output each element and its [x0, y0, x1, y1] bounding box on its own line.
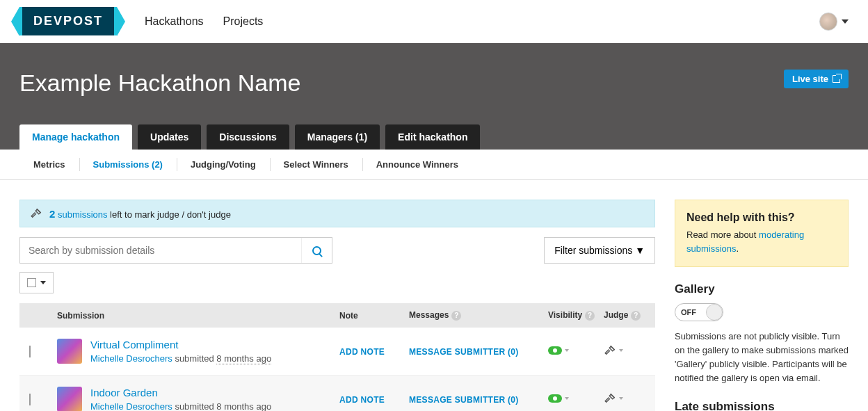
chevron-down-icon	[565, 349, 569, 352]
judge-toggle[interactable]	[604, 392, 623, 405]
chevron-down-icon	[619, 349, 623, 352]
subtab-submissions[interactable]: Submissions (2)	[79, 150, 177, 179]
tab-updates[interactable]: Updates	[138, 124, 201, 150]
submission-title-link[interactable]: Indoor Garden	[90, 387, 271, 398]
gallery-heading: Gallery	[675, 282, 849, 296]
subtab-select-winners[interactable]: Select Winners	[270, 150, 362, 179]
nav-projects[interactable]: Projects	[223, 15, 264, 28]
help-title: Need help with this?	[686, 211, 837, 224]
toggle-label: OFF	[681, 308, 696, 316]
alert-text: left to mark judge / don't judge	[108, 209, 231, 220]
tab-manage-hackathon[interactable]: Manage hackathon	[19, 124, 132, 150]
submission-thumbnail[interactable]	[57, 387, 82, 411]
late-submissions-heading: Late submissions	[675, 400, 849, 411]
external-link-icon	[833, 75, 840, 83]
brand-logo[interactable]: DEVPOST	[19, 7, 117, 35]
gallery-toggle[interactable]: OFF	[675, 303, 723, 321]
eye-icon	[548, 346, 562, 355]
alert-submissions-link[interactable]: submissions	[58, 209, 108, 220]
help-box: Need help with this? Read more about mod…	[675, 200, 849, 267]
table-row: Indoor Garden Michelle Desrochers submit…	[19, 376, 655, 411]
submission-time: 8 months ago	[216, 401, 271, 411]
add-note-button[interactable]: ADD NOTE	[339, 395, 385, 405]
message-submitter-button[interactable]: MESSAGE SUBMITTER (0)	[409, 395, 519, 405]
search-icon	[312, 246, 321, 255]
subtab-metrics[interactable]: Metrics	[19, 150, 79, 179]
tab-managers[interactable]: Managers (1)	[295, 124, 380, 150]
judge-alert: 2 submissions left to mark judge / don't…	[19, 200, 655, 227]
user-menu-caret-icon[interactable]	[842, 19, 849, 24]
live-site-button[interactable]: Live site	[784, 70, 849, 88]
gavel-icon	[30, 207, 42, 220]
header-submission: Submission	[57, 311, 339, 321]
tab-discussions[interactable]: Discussions	[207, 124, 289, 150]
filter-submissions-button[interactable]: Filter submissions ▼	[544, 237, 655, 264]
row-checkbox[interactable]	[29, 394, 31, 405]
bulk-select-dropdown[interactable]	[19, 272, 54, 293]
header-messages: Messages	[409, 310, 449, 320]
message-submitter-button[interactable]: MESSAGE SUBMITTER (0)	[409, 347, 519, 357]
table-row: Virtual Compliment Michelle Desrochers s…	[19, 328, 655, 376]
chevron-down-icon	[619, 397, 623, 400]
visibility-toggle[interactable]	[548, 346, 569, 355]
help-icon[interactable]: ?	[451, 311, 461, 321]
gavel-icon	[604, 392, 616, 405]
alert-count: 2	[49, 208, 55, 220]
judge-toggle[interactable]	[604, 344, 623, 357]
table-header: Submission Note Messages? Visibility? Ju…	[19, 303, 655, 328]
search-input[interactable]	[20, 238, 301, 263]
help-icon[interactable]: ?	[585, 311, 595, 321]
subtab-announce-winners[interactable]: Announce Winners	[362, 150, 472, 179]
search-button[interactable]	[301, 238, 332, 263]
header-note: Note	[339, 311, 409, 321]
nav-hackathons[interactable]: Hackathons	[145, 15, 204, 28]
submission-author-link[interactable]: Michelle Desrochers	[90, 353, 172, 364]
visibility-toggle[interactable]	[548, 394, 569, 403]
submission-author-link[interactable]: Michelle Desrochers	[90, 401, 172, 411]
add-note-button[interactable]: ADD NOTE	[339, 347, 385, 357]
help-icon[interactable]: ?	[631, 311, 641, 321]
header-visibility: Visibility	[548, 310, 582, 320]
gavel-icon	[604, 344, 616, 357]
tab-edit-hackathon[interactable]: Edit hackathon	[385, 124, 480, 150]
subtab-judging[interactable]: Judging/Voting	[177, 150, 270, 179]
user-avatar[interactable]	[819, 13, 837, 31]
chevron-down-icon	[565, 397, 569, 400]
chevron-down-icon	[40, 281, 46, 284]
header-judge: Judge	[604, 310, 628, 320]
hackathon-title: Example Hackathon Name	[19, 70, 784, 97]
submission-thumbnail[interactable]	[57, 339, 82, 364]
submission-time: 8 months ago	[216, 353, 271, 364]
row-checkbox[interactable]	[29, 346, 31, 357]
gallery-description: Submissions are not publicly visible. Tu…	[675, 330, 849, 386]
submission-title-link[interactable]: Virtual Compliment	[90, 339, 271, 350]
toggle-knob	[706, 304, 723, 321]
eye-icon	[548, 394, 562, 403]
bulk-checkbox[interactable]	[27, 278, 36, 287]
